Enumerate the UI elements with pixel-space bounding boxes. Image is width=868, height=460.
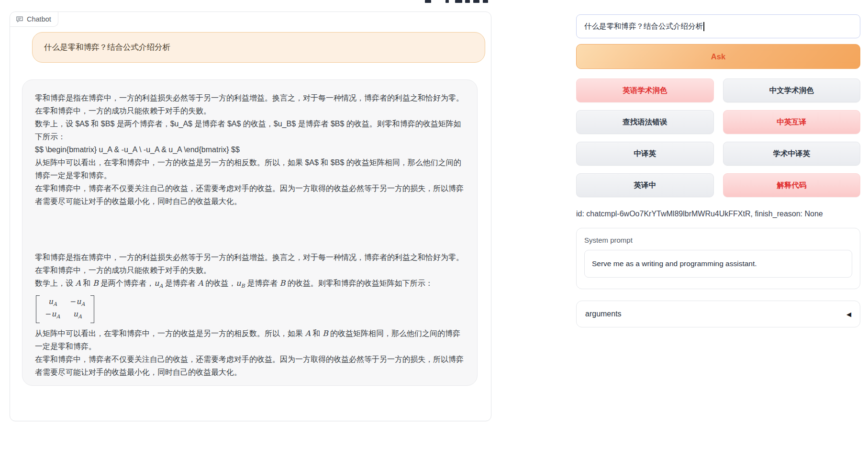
quick-action-zh-to-en[interactable]: 中译英	[576, 142, 714, 166]
chatbot-label-text: Chatbot	[27, 15, 51, 23]
response-id-status: id: chatcmpl-6wOo7KrYTwMl89lbrMWRu4UkFFX…	[576, 210, 860, 218]
payoff-matrix: uA−uA−uAuA	[36, 295, 94, 323]
cropped-title-fragment	[473, 0, 479, 3]
bot-paragraph: 在零和博弈中，博弈者不仅要关注自己的收益，还需要考虑对手的收益。因为一方取得的收…	[35, 182, 465, 208]
cropped-title-fragment	[455, 0, 462, 3]
button-label: 英语学术润色	[623, 86, 667, 96]
cropped-title-fragment	[445, 0, 449, 3]
button-label: 查找语法错误	[623, 117, 667, 127]
arguments-accordion-label: arguments	[585, 310, 622, 318]
button-label: 中英互译	[777, 117, 806, 127]
quick-action-chinese-academic-polish[interactable]: 中文学术润色	[723, 79, 861, 102]
matrix-left-bracket	[36, 295, 40, 323]
button-label: 英译中	[634, 180, 657, 191]
bot-message-raw-section: 零和博弈是指在博弈中，一方的利益损失必然等于另一方的利益增益。换言之，对于每一种…	[35, 91, 465, 208]
system-prompt-card: System prompt Serve me as a writing and …	[576, 228, 860, 289]
matrix-rows: uA−uA−uAuA	[40, 295, 90, 323]
controls-column: 什么是零和博弈？结合公式介绍分析 Ask 英语学术润色 中文学术润色 查找语法错…	[576, 0, 860, 460]
cropped-title-fragment	[465, 0, 470, 3]
quick-action-grid: 英语学术润色 中文学术润色 查找语法错误 中英互译 中译英 学术中译英 英译中 …	[576, 79, 860, 197]
quick-action-find-grammar-errors[interactable]: 查找语法错误	[576, 110, 714, 134]
button-label: 学术中译英	[773, 149, 811, 159]
ask-button[interactable]: Ask	[576, 44, 860, 69]
bot-latex-source-line: $$ \begin{bmatrix} u_A & -u_A \ -u_A & u…	[35, 143, 465, 156]
cropped-title-fragment	[483, 0, 488, 3]
quick-action-academic-zh-to-en[interactable]: 学术中译英	[723, 142, 861, 166]
bot-paragraph-with-math: 从矩阵中可以看出，在零和博弈中，一方的收益是另一方的相反数。所以，如果 A 和 …	[35, 327, 465, 353]
bot-paragraph: 在零和博弈中，博弈者不仅要关注自己的收益，还需要考虑对手的收益。因为一方取得的收…	[35, 353, 465, 379]
bot-message-rendered-section: 零和博弈是指在博弈中，一方的利益损失必然等于另一方的利益增益。换言之，对于每一种…	[35, 251, 465, 379]
chatbot-panel[interactable]: Chatbot 什么是零和博弈？结合公式介绍分析 零和博弈是指在博弈中，一方的利…	[10, 11, 491, 421]
bot-message-bubble: 零和博弈是指在博弈中，一方的利益损失必然等于另一方的利益增益。换言之，对于每一种…	[22, 79, 478, 386]
button-label: 解释代码	[777, 180, 806, 191]
button-label: 中文学术润色	[769, 86, 814, 96]
user-message-text: 什么是零和博弈？结合公式介绍分析	[44, 42, 170, 53]
question-input[interactable]: 什么是零和博弈？结合公式介绍分析	[576, 14, 860, 38]
text-cursor	[703, 22, 704, 31]
matrix-right-bracket	[90, 295, 94, 323]
button-label: 中译英	[634, 149, 657, 159]
ask-button-label: Ask	[711, 52, 725, 61]
quick-action-english-academic-polish[interactable]: 英语学术润色	[576, 79, 714, 102]
bot-paragraph-with-math: 数学上，设 A 和 B 是两个博弈者，uA 是博弈者 A 的收益，uB 是博弈者…	[35, 277, 465, 292]
quick-action-explain-code[interactable]: 解释代码	[723, 173, 861, 197]
question-input-value: 什么是零和博弈？结合公式介绍分析	[584, 22, 703, 32]
bot-paragraph: 零和博弈是指在博弈中，一方的利益损失必然等于另一方的利益增益。换言之，对于每一种…	[35, 91, 465, 117]
system-prompt-input[interactable]: Serve me as a writing and programming as…	[584, 250, 852, 278]
system-prompt-value: Serve me as a writing and programming as…	[592, 259, 757, 268]
cropped-title-fragment	[425, 0, 431, 3]
system-prompt-label: System prompt	[584, 236, 852, 244]
bot-paragraph: 数学上，设 $A$ 和 $B$ 是两个博弈者，$u_A$ 是博弈者 $A$ 的收…	[35, 117, 465, 143]
user-message-bubble: 什么是零和博弈？结合公式介绍分析	[32, 32, 485, 63]
bot-paragraph: 零和博弈是指在博弈中，一方的利益损失必然等于另一方的利益增益。换言之，对于每一种…	[35, 251, 465, 277]
quick-action-en-to-zh[interactable]: 英译中	[576, 173, 714, 197]
bot-paragraph: 从矩阵中可以看出，在零和博弈中，一方的收益是另一方的相反数。所以，如果 $A$ …	[35, 156, 465, 182]
accordion-collapsed-arrow-icon: ◀	[846, 311, 851, 318]
quick-action-zh-en-translate[interactable]: 中英互译	[723, 110, 861, 134]
arguments-accordion-header[interactable]: arguments ◀	[576, 301, 860, 327]
chat-bubble-icon	[16, 15, 23, 23]
chatbot-label: Chatbot	[10, 12, 58, 27]
